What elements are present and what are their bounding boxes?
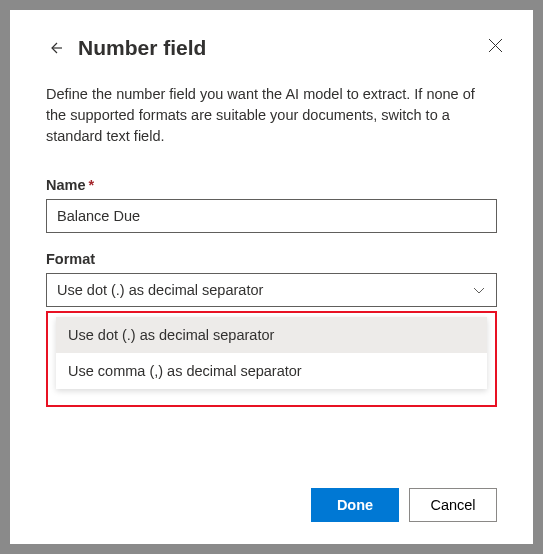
dialog-footer: Done Cancel <box>46 488 497 522</box>
dialog-header: Number field <box>46 36 497 60</box>
close-button[interactable] <box>488 38 503 53</box>
done-button[interactable]: Done <box>311 488 399 522</box>
name-input[interactable] <box>46 199 497 233</box>
cancel-button[interactable]: Cancel <box>409 488 497 522</box>
format-dropdown-highlight: Use dot (.) as decimal separator Use com… <box>46 311 497 407</box>
dialog-description: Define the number field you want the AI … <box>46 84 497 147</box>
format-option-dot[interactable]: Use dot (.) as decimal separator <box>56 317 487 353</box>
name-label: Name* <box>46 177 497 193</box>
back-button[interactable] <box>46 39 64 57</box>
dialog-title: Number field <box>78 36 206 60</box>
required-indicator: * <box>89 177 95 193</box>
format-select[interactable]: Use dot (.) as decimal separator <box>46 273 497 307</box>
format-dropdown: Use dot (.) as decimal separator Use com… <box>56 317 487 389</box>
close-icon <box>488 38 503 53</box>
number-field-dialog: Number field Define the number field you… <box>10 10 533 544</box>
format-selected-value: Use dot (.) as decimal separator <box>57 282 263 298</box>
format-label: Format <box>46 251 497 267</box>
format-option-comma[interactable]: Use comma (,) as decimal separator <box>56 353 487 389</box>
format-select-wrapper: Use dot (.) as decimal separator <box>46 273 497 307</box>
chevron-down-icon <box>472 283 486 297</box>
arrow-left-icon <box>46 39 64 57</box>
